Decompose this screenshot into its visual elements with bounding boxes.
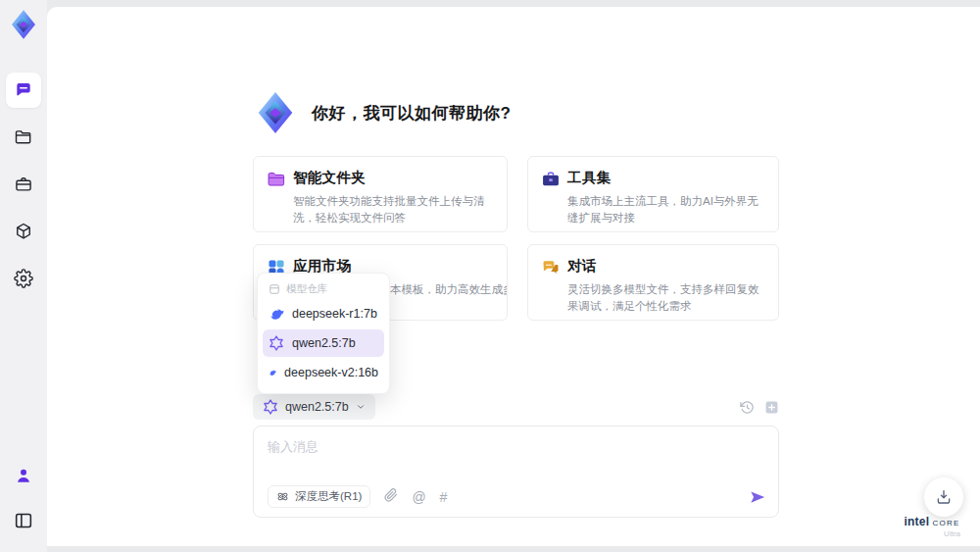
deep-think-toggle[interactable]: 深度思考(R1) [268,485,370,508]
sidebar-item-chat[interactable] [6,73,41,108]
sidebar-item-toolset[interactable] [6,167,41,202]
sidebar [0,0,47,552]
repository-icon [269,283,280,295]
conversation-actions [740,400,779,415]
card-smart-folder[interactable]: 智能文件夹 智能文件夹功能支持批量文件上传与清洗，轻松实现文件问答 [253,156,508,232]
qwen-icon [263,399,278,415]
intel-core-logo: intel core [896,515,968,528]
greeting-title: 你好，我可以如何帮助你? [312,102,511,125]
sidebar-item-settings[interactable] [6,261,41,296]
model-selector-row: qwen2.5:7b [253,394,779,420]
sidebar-item-folders[interactable] [6,120,41,155]
toolset-icon [541,170,561,189]
card-desc: 灵活切换多模型文件，支持多样回复效果调试，满足个性化需求 [567,281,764,316]
logo-diamond-icon [8,9,39,40]
sidebar-bottom [6,458,41,538]
composer-toolbar: 深度思考(R1) @ # [268,485,766,508]
plus-square-icon [764,400,779,415]
app-logo [7,8,40,41]
deep-think-atom-icon [276,490,289,503]
briefcase-icon [14,175,33,194]
intel-tier-label: Ultra [896,529,968,538]
card-dialog[interactable]: 对话 灵活切换多模型文件，支持多样回复效果调试，满足个性化需求 [527,244,779,321]
core-wordmark: core [933,515,960,528]
model-selector-button[interactable]: qwen2.5:7b [253,394,375,420]
model-option-label: qwen2.5:7b [292,336,356,350]
card-title: 对话 [567,257,764,276]
main-surface: 你好，我可以如何帮助你? 智能文件夹 智能文件夹功能支持批量文件上传与清洗，轻松… [47,7,980,546]
chevron-down-icon [356,402,366,412]
card-desc: 集成市场上主流工具，助力AI与外界无缝扩展与对接 [567,193,764,227]
model-dropdown-header-label: 模型仓库 [286,282,327,296]
model-option-label: deepseek-v2:16b [284,366,378,379]
greeting-logo-icon [253,90,298,135]
app-window: 你好，我可以如何帮助你? 智能文件夹 智能文件夹功能支持批量文件上传与清洗，轻松… [0,0,980,552]
sidebar-nav [6,73,41,296]
model-option-deepseek-r1[interactable]: deepseek-r1:7b [263,300,384,327]
sidebar-item-profile[interactable] [6,458,41,493]
smart-folder-icon [267,170,286,189]
model-dropdown: 模型仓库 deepseek-r1:7b qwen2.5:7b deepseek-… [257,273,390,394]
card-toolset[interactable]: 工具集 集成市场上主流工具，助力AI与外界无缝扩展与对接 [527,156,779,232]
history-button[interactable] [740,400,755,415]
chat-bubble-icon [14,80,33,100]
sidebar-item-app-market[interactable] [6,214,41,249]
attach-file-button[interactable] [384,488,398,506]
gear-icon [14,269,33,288]
model-dropdown-header: 模型仓库 [263,278,384,298]
user-icon [14,466,33,485]
download-button[interactable] [924,477,963,517]
greeting: 你好，我可以如何帮助你? [253,90,511,135]
qwen-icon [269,335,284,351]
send-icon [749,488,766,506]
send-button[interactable] [749,488,766,506]
card-desc: 智能文件夹功能支持批量文件上传与清洗，轻松实现文件问答 [293,193,493,227]
history-icon [740,400,755,415]
model-option-qwen[interactable]: qwen2.5:7b [263,329,384,357]
panel-icon [13,510,34,531]
message-input[interactable]: 输入消息 [254,427,778,468]
deep-think-label: 深度思考(R1) [295,489,362,504]
mention-icon[interactable]: @ [412,490,425,504]
intel-wordmark: intel [905,515,930,528]
hash-icon[interactable]: # [440,490,448,504]
intel-core-badge: intel core Ultra [896,515,968,538]
new-chat-button[interactable] [764,400,779,415]
deepseek-icon [269,365,276,380]
folder-icon [14,127,33,147]
card-title: 工具集 [567,169,764,187]
cube-icon [14,222,33,241]
selected-model-label: qwen2.5:7b [285,400,349,414]
paperclip-icon [384,488,398,502]
download-icon [935,488,953,506]
model-option-deepseek-v2[interactable]: deepseek-v2:16b [263,359,384,386]
card-title: 智能文件夹 [293,169,493,187]
model-option-label: deepseek-r1:7b [292,307,377,321]
message-composer[interactable]: 输入消息 深度思考(R1) @ # [253,426,779,518]
dialog-icon [541,258,561,277]
deepseek-icon [269,306,284,322]
sidebar-item-panel-toggle[interactable] [6,503,41,538]
